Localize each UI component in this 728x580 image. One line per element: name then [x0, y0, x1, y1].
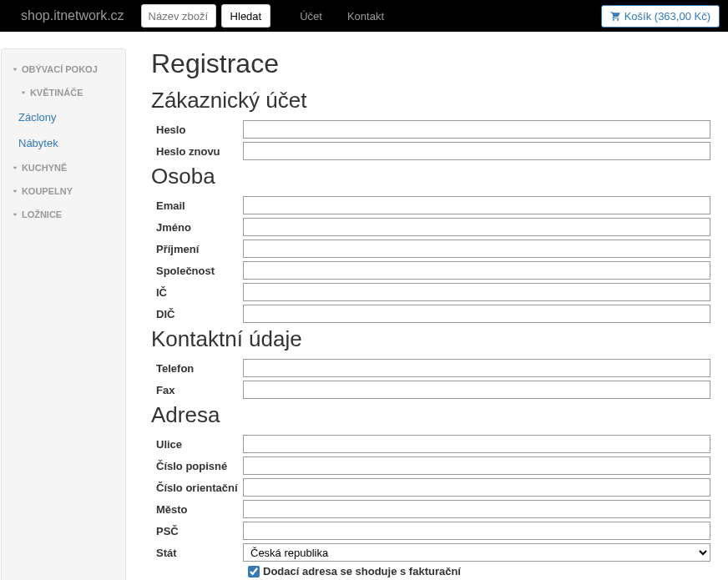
sidebar-link-nabytek[interactable]: Nábytek — [2, 130, 125, 156]
street-field[interactable] — [243, 435, 710, 453]
container: ▼OBÝVACÍ POKOJ ▼KVĚTINÁČE Záclony Nábyte… — [1, 32, 727, 580]
fax-field[interactable] — [243, 381, 710, 399]
label-zip: PSČ — [151, 525, 243, 537]
chevron-down-icon: ▼ — [12, 212, 18, 217]
label-orient-no: Číslo orientační — [151, 482, 243, 494]
label-street: Ulice — [151, 438, 243, 451]
brand-link[interactable]: shop.itnetwork.cz — [8, 8, 137, 23]
section-person: Osoba — [151, 164, 710, 189]
chevron-down-icon: ▼ — [12, 67, 18, 72]
firstname-field[interactable] — [243, 218, 710, 236]
same-address-checkbox[interactable] — [248, 566, 260, 577]
orient-no-field[interactable] — [243, 478, 710, 497]
company-field[interactable] — [243, 261, 710, 280]
sidebar-cat-obyvaci[interactable]: ▼OBÝVACÍ POKOJ — [2, 58, 125, 81]
sidebar: ▼OBÝVACÍ POKOJ ▼KVĚTINÁČE Záclony Nábyte… — [1, 48, 126, 580]
ic-field[interactable] — [243, 283, 710, 301]
label-phone: Telefon — [151, 362, 243, 375]
sidebar-link-zaclony[interactable]: Záclony — [2, 104, 125, 130]
house-no-field[interactable] — [243, 456, 710, 475]
chevron-down-icon: ▼ — [12, 165, 18, 170]
section-contact: Kontaktní údaje — [151, 326, 710, 352]
nav-links: Účet Kontakt — [287, 2, 397, 31]
section-address: Adresa — [151, 402, 710, 428]
label-city: Město — [151, 503, 243, 516]
city-field[interactable] — [243, 500, 710, 518]
label-password2: Heslo znovu — [151, 145, 243, 158]
section-account: Zákaznický účet — [151, 88, 710, 113]
lastname-field[interactable] — [243, 240, 710, 258]
cart-button[interactable]: Košík (363,00 Kč) — [601, 5, 720, 28]
sidebar-cat-koupelny[interactable]: ▼KOUPELNY — [2, 179, 125, 203]
label-firstname: Jméno — [151, 221, 243, 234]
nav-account[interactable]: Účet — [287, 2, 335, 31]
nav-right: Košík (363,00 Kč) — [601, 5, 720, 28]
sidebar-cat-loznice[interactable]: ▼LOŽNICE — [2, 203, 125, 226]
password2-field[interactable] — [243, 142, 710, 160]
page-title: Registrace — [151, 48, 710, 79]
label-house-no: Číslo popisné — [151, 460, 243, 472]
label-ic: IČ — [151, 286, 243, 299]
label-email: Email — [151, 199, 243, 212]
country-select[interactable]: Česká republika — [243, 543, 710, 562]
cart-label: Košík (363,00 Kč) — [624, 10, 710, 23]
nav-contact[interactable]: Kontakt — [335, 2, 397, 31]
password-field[interactable] — [243, 120, 710, 139]
search-button[interactable]: Hledat — [221, 4, 271, 28]
label-company: Společnost — [151, 265, 243, 277]
label-password: Heslo — [151, 124, 243, 136]
chevron-down-icon: ▼ — [20, 90, 27, 95]
search-input[interactable] — [141, 4, 216, 28]
label-lastname: Příjmení — [151, 243, 243, 255]
label-country: Stát — [151, 547, 243, 559]
label-fax: Fax — [151, 384, 243, 396]
same-address-label: Dodací adresa se shoduje s fakturační — [263, 565, 461, 577]
cart-icon — [610, 11, 621, 22]
email-field[interactable] — [243, 196, 710, 214]
main-content: Registrace Zákaznický účet Heslo Heslo z… — [151, 48, 727, 580]
search-form: Hledat — [141, 4, 271, 28]
sidebar-cat-kvetinace[interactable]: ▼KVĚTINÁČE — [2, 81, 125, 104]
navbar: shop.itnetwork.cz Hledat Účet Kontakt Ko… — [0, 0, 728, 32]
dic-field[interactable] — [243, 305, 710, 323]
label-dic: DIČ — [151, 308, 243, 320]
sidebar-cat-kuchyne[interactable]: ▼KUCHYNĚ — [2, 156, 125, 179]
phone-field[interactable] — [243, 359, 710, 377]
zip-field[interactable] — [243, 522, 710, 540]
chevron-down-icon: ▼ — [12, 189, 18, 194]
